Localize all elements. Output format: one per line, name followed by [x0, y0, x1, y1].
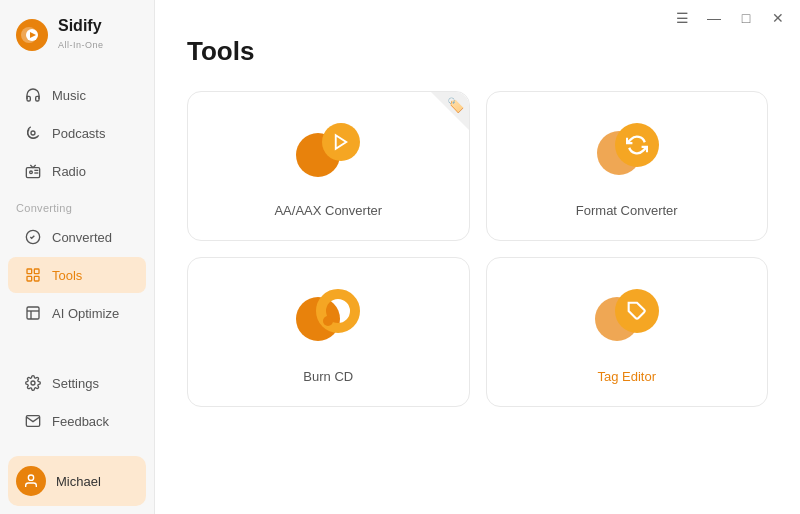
app-name: Sidify [58, 18, 104, 34]
format-converter-icon [595, 123, 659, 187]
user-name: Michael [56, 474, 101, 489]
svg-point-15 [28, 475, 33, 480]
sidebar-item-settings[interactable]: Settings [8, 365, 146, 401]
app-name-text: Sidify All-In-One [58, 18, 104, 52]
icon-circle-front [615, 289, 659, 333]
svg-rect-11 [27, 276, 32, 281]
burn-cd-icon [296, 289, 360, 353]
headphones-icon [24, 86, 42, 104]
tool-card-burn-cd[interactable]: Burn CD [187, 257, 470, 407]
sidebar-item-radio-label: Radio [52, 164, 86, 179]
sidebar-item-feedback-label: Feedback [52, 414, 109, 429]
minimize-button[interactable]: — [700, 4, 728, 32]
sidebar-item-ai-optimize-label: AI Optimize [52, 306, 119, 321]
sidebar-item-podcasts[interactable]: Podcasts [8, 115, 146, 151]
aax-converter-label: AA/AAX Converter [274, 203, 382, 218]
tool-card-tag-editor[interactable]: Tag Editor [486, 257, 769, 407]
main-content: Tools 🏷️ AA/AAX Converter [155, 0, 800, 514]
mail-icon [24, 412, 42, 430]
sidebar-bottom: Michael [0, 448, 154, 514]
converted-icon [24, 228, 42, 246]
icon-circle-front [322, 123, 360, 161]
user-profile[interactable]: Michael [8, 456, 146, 506]
svg-rect-10 [34, 269, 39, 274]
tag-editor-label: Tag Editor [597, 369, 656, 384]
sidebar-item-music-label: Music [52, 88, 86, 103]
logo-icon [16, 19, 48, 51]
svg-marker-16 [336, 135, 347, 149]
svg-rect-12 [34, 276, 39, 281]
aax-converter-icon [296, 123, 360, 187]
sidebar-item-radio[interactable]: Radio [8, 153, 146, 189]
tools-icon [24, 266, 42, 284]
sidebar-item-tools[interactable]: Tools [8, 257, 146, 293]
svg-rect-9 [27, 269, 32, 274]
app-subtitle: All-In-One [58, 40, 104, 50]
gear-icon [24, 374, 42, 392]
sidebar: Sidify All-In-One Music [0, 0, 155, 514]
sidebar-item-ai-optimize[interactable]: AI Optimize [8, 295, 146, 331]
podcast-icon [24, 124, 42, 142]
tool-card-format-converter[interactable]: Format Converter [486, 91, 769, 241]
badge-icon: 🏷️ [447, 97, 464, 113]
svg-rect-13 [27, 307, 39, 319]
sidebar-item-converted-label: Converted [52, 230, 112, 245]
tools-grid: 🏷️ AA/AAX Converter [187, 91, 768, 407]
app-logo: Sidify All-In-One [0, 0, 154, 68]
menu-button[interactable]: ☰ [668, 4, 696, 32]
svg-point-3 [31, 131, 35, 135]
close-button[interactable]: ✕ [764, 4, 792, 32]
sidebar-item-settings-label: Settings [52, 376, 99, 391]
icon-circle-front [316, 289, 360, 333]
sidebar-item-tools-label: Tools [52, 268, 82, 283]
ai-icon [24, 304, 42, 322]
sidebar-item-podcasts-label: Podcasts [52, 126, 105, 141]
format-converter-label: Format Converter [576, 203, 678, 218]
window-controls: ☰ — □ ✕ [668, 4, 792, 32]
tool-card-aax-converter[interactable]: 🏷️ AA/AAX Converter [187, 91, 470, 241]
tag-editor-icon [595, 289, 659, 353]
svg-point-14 [31, 381, 35, 385]
avatar [16, 466, 46, 496]
corner-badge: 🏷️ [429, 92, 469, 132]
icon-inner-dot [323, 316, 333, 326]
maximize-button[interactable]: □ [732, 4, 760, 32]
svg-point-5 [30, 171, 33, 174]
sidebar-item-converted[interactable]: Converted [8, 219, 146, 255]
converting-section-label: Converting [0, 190, 154, 218]
page-title: Tools [187, 36, 768, 67]
burn-cd-label: Burn CD [303, 369, 353, 384]
sidebar-nav: Music Podcasts [0, 68, 154, 448]
sidebar-item-music[interactable]: Music [8, 77, 146, 113]
icon-circle-front [615, 123, 659, 167]
sidebar-item-feedback[interactable]: Feedback [8, 403, 146, 439]
radio-icon [24, 162, 42, 180]
